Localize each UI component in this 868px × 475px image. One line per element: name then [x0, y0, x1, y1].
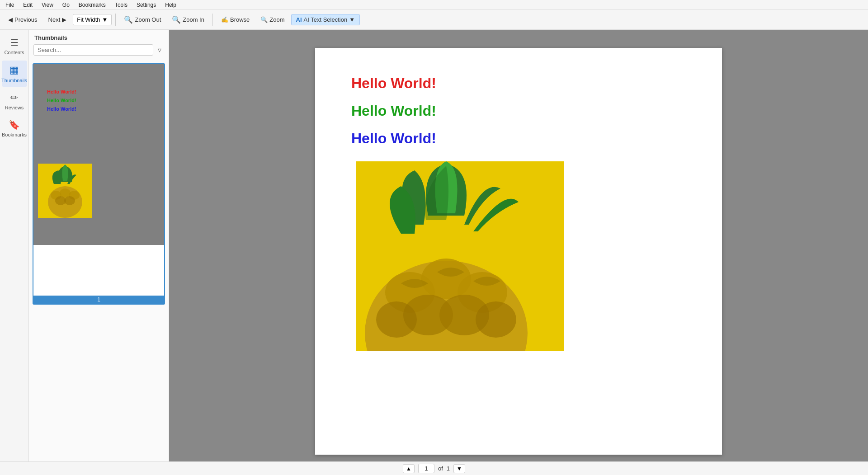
svg-point-6 — [64, 196, 75, 205]
filter-button[interactable]: ▿ — [155, 44, 164, 56]
thumb-hello-red: Hello World! — [47, 89, 76, 94]
sidebar: ☰ Contents ▦ Thumbnails ✏ Reviews 🔖 Book… — [0, 30, 29, 461]
chevron-left-icon: ◀ — [8, 16, 13, 23]
pineapple-thumbnail-svg — [38, 164, 92, 218]
page-total-label: 1 — [447, 465, 450, 472]
ai-text-icon: AI — [296, 16, 302, 23]
thumb-pineapple-area — [38, 164, 92, 218]
thumbnail-page-image: Hello World! Hello World! Hello World! — [33, 64, 164, 245]
magnify-icon: 🔍 — [260, 16, 268, 23]
sidebar-item-bookmarks[interactable]: 🔖 Bookmarks — [2, 116, 27, 141]
menu-go[interactable]: Go — [59, 1, 73, 9]
menu-edit[interactable]: Edit — [19, 1, 36, 9]
thumbnail-white-area — [33, 245, 164, 304]
toolbar: ◀ Previous Next ▶ Fit Width ▼ 🔍 Zoom Out… — [0, 10, 868, 30]
zoom-in-button[interactable]: 🔍 Zoom In — [167, 14, 209, 26]
sidebar-item-thumbnails[interactable]: ▦ Thumbnails — [2, 61, 27, 87]
page-down-button[interactable]: ▼ — [453, 464, 465, 473]
svg-point-15 — [476, 301, 516, 338]
thumbnail-page-number: 1 — [33, 296, 164, 304]
chevron-down-icon-2: ▼ — [349, 16, 355, 23]
search-input[interactable] — [33, 44, 153, 56]
menu-view[interactable]: View — [38, 1, 57, 9]
text-selection-button[interactable]: AI AI Text Selection ▼ — [291, 14, 360, 25]
pen-icon: ✏ — [10, 92, 18, 103]
thumb-hello-green: Hello World! — [47, 98, 76, 103]
menu-help[interactable]: Help — [161, 1, 180, 9]
content-area: Hello World! Hello World! Hello World! — [169, 30, 868, 461]
pdf-hello-blue: Hello World! — [351, 130, 686, 147]
pdf-hello-green: Hello World! — [351, 103, 686, 119]
page-up-button[interactable]: ▲ — [403, 464, 415, 473]
menu-bar: File Edit View Go Bookmarks Tools Settin… — [0, 0, 868, 10]
toolbar-divider-1 — [115, 14, 116, 26]
zoom-button[interactable]: 🔍 Zoom — [256, 14, 289, 25]
pineapple-svg — [356, 161, 564, 351]
thumbnail-page-1[interactable]: Hello World! Hello World! Hello World! — [33, 63, 165, 305]
grid-icon: ▦ — [9, 64, 19, 76]
next-button[interactable]: Next ▶ — [44, 14, 71, 25]
menu-tools[interactable]: Tools — [111, 1, 131, 9]
thumbnails-panel: Thumbnails ▿ Hello World! Hello World! H… — [29, 30, 169, 461]
status-bar: ▲ 1 of 1 ▼ — [0, 461, 868, 475]
toolbar-divider-2 — [212, 14, 213, 26]
zoom-in-icon: 🔍 — [172, 15, 181, 24]
menu-bookmarks[interactable]: Bookmarks — [75, 1, 109, 9]
chevron-down-icon: ▼ — [102, 16, 108, 23]
sidebar-item-contents[interactable]: ☰ Contents — [2, 33, 27, 59]
browse-button[interactable]: ✍ Browse — [217, 14, 254, 25]
thumbnails-list: Hello World! Hello World! Hello World! — [29, 60, 169, 461]
zoom-mode-select[interactable]: Fit Width ▼ — [73, 14, 112, 25]
chevron-right-icon: ▶ — [62, 16, 66, 23]
hand-icon: ✍ — [221, 16, 228, 23]
thumbnails-title: Thumbnails — [29, 30, 169, 44]
thumb-hello-blue: Hello World! — [47, 106, 76, 112]
page-of-label: of — [438, 465, 443, 472]
previous-button[interactable]: ◀ Previous — [4, 14, 42, 25]
thumbnails-search-area: ▿ — [33, 44, 164, 56]
svg-point-14 — [376, 301, 417, 338]
menu-file[interactable]: File — [2, 1, 18, 9]
pdf-page: Hello World! Hello World! Hello World! — [315, 48, 722, 455]
list-icon: ☰ — [10, 37, 19, 48]
bookmark-icon: 🔖 — [9, 119, 20, 130]
zoom-out-icon: 🔍 — [124, 15, 133, 24]
main-layout: ☰ Contents ▦ Thumbnails ✏ Reviews 🔖 Book… — [0, 30, 868, 461]
menu-settings[interactable]: Settings — [133, 1, 160, 9]
pdf-pineapple-container — [356, 161, 564, 351]
sidebar-item-reviews[interactable]: ✏ Reviews — [2, 89, 27, 114]
page-number-input[interactable]: 1 — [418, 464, 434, 473]
zoom-out-button[interactable]: 🔍 Zoom Out — [119, 14, 165, 26]
thumb-text-area: Hello World! Hello World! Hello World! — [47, 89, 76, 112]
pdf-hello-red: Hello World! — [351, 75, 686, 92]
